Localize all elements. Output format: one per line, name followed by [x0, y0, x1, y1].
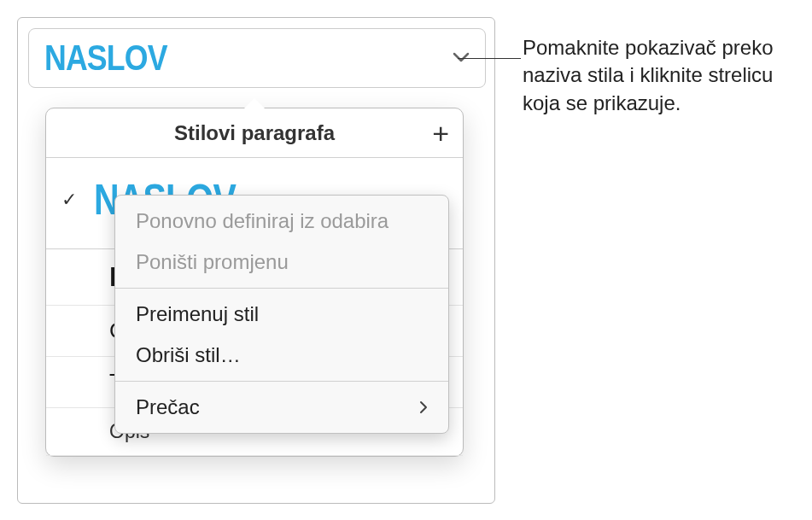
menu-divider	[115, 288, 448, 289]
callout-text: Pomaknite pokazivač preko naziva stila i…	[523, 34, 809, 117]
menu-undo-change: Poništi promjenu	[115, 242, 448, 283]
chevron-right-icon	[419, 395, 428, 419]
menu-item-label: Prečac	[136, 395, 200, 419]
menu-redefine-from-selection: Ponovno definiraj iz odabira	[115, 201, 448, 242]
menu-divider	[115, 381, 448, 382]
current-style-label: NASLOV	[44, 38, 167, 79]
menu-shortcut[interactable]: Prečac	[115, 387, 448, 428]
menu-item-label: Preimenuj stil	[136, 302, 259, 326]
checkmark-icon: ✓	[61, 189, 77, 211]
add-style-button[interactable]: +	[432, 116, 449, 149]
style-context-menu: Ponovno definiraj iz odabira Poništi pro…	[114, 195, 449, 434]
popover-title: Stilovi paragrafa	[174, 121, 335, 145]
menu-item-label: Ponovno definiraj iz odabira	[136, 209, 388, 233]
menu-rename-style[interactable]: Preimenuj stil	[115, 294, 448, 335]
popover-header: Stilovi paragrafa +	[46, 108, 463, 158]
menu-item-label: Obriši stil…	[136, 343, 241, 367]
paragraph-style-picker[interactable]: NASLOV	[28, 28, 486, 88]
callout-leader-line	[458, 58, 521, 59]
menu-delete-style[interactable]: Obriši stil…	[115, 335, 448, 376]
menu-item-label: Poništi promjenu	[136, 250, 289, 274]
